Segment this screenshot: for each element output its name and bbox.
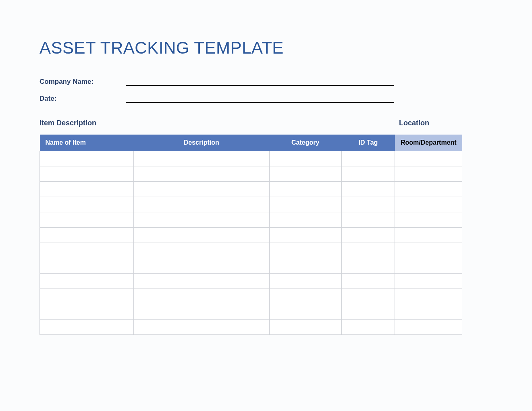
table-cell[interactable] — [133, 166, 269, 182]
item-description-section-label: Item Description — [39, 119, 399, 127]
table-cell[interactable] — [40, 258, 134, 274]
table-cell[interactable] — [269, 182, 341, 197]
table-cell[interactable] — [269, 151, 341, 166]
table-cell[interactable] — [40, 166, 134, 182]
header-id-tag: ID Tag — [341, 135, 395, 151]
table-row — [40, 243, 463, 258]
table-cell[interactable] — [269, 197, 341, 212]
table-cell[interactable] — [395, 228, 462, 243]
table-cell[interactable] — [341, 258, 395, 274]
table-cell[interactable] — [133, 304, 269, 320]
table-cell[interactable] — [40, 228, 134, 243]
table-cell[interactable] — [341, 274, 395, 289]
table-cell[interactable] — [341, 243, 395, 258]
table-cell[interactable] — [341, 228, 395, 243]
location-section-label: Location — [399, 119, 429, 127]
table-cell[interactable] — [269, 243, 341, 258]
table-cell[interactable] — [269, 228, 341, 243]
table-cell[interactable] — [40, 243, 134, 258]
table-cell[interactable] — [395, 243, 462, 258]
table-cell[interactable] — [133, 151, 269, 166]
table-cell[interactable] — [40, 197, 134, 212]
table-cell[interactable] — [40, 274, 134, 289]
table-cell[interactable] — [341, 166, 395, 182]
table-cell[interactable] — [395, 197, 462, 212]
table-row — [40, 151, 463, 166]
table-cell[interactable] — [341, 320, 395, 335]
table-cell[interactable] — [341, 304, 395, 320]
header-name: Name of Item — [40, 135, 134, 151]
table-row — [40, 197, 463, 212]
document-title: ASSET TRACKING TEMPLATE — [39, 38, 532, 58]
asset-table: Name of Item Description Category ID Tag… — [39, 135, 462, 335]
table-row — [40, 228, 463, 243]
table-cell[interactable] — [269, 274, 341, 289]
table-row — [40, 304, 463, 320]
table-cell[interactable] — [133, 212, 269, 228]
table-row — [40, 274, 463, 289]
table-cell[interactable] — [395, 304, 462, 320]
table-cell[interactable] — [395, 258, 462, 274]
table-cell[interactable] — [395, 320, 462, 335]
table-cell[interactable] — [40, 182, 134, 197]
table-cell[interactable] — [133, 197, 269, 212]
table-cell[interactable] — [133, 243, 269, 258]
table-cell[interactable] — [269, 258, 341, 274]
table-cell[interactable] — [269, 304, 341, 320]
table-row — [40, 289, 463, 304]
table-cell[interactable] — [395, 151, 462, 166]
table-cell[interactable] — [269, 289, 341, 304]
company-name-row: Company Name: — [39, 77, 532, 86]
table-cell[interactable] — [133, 258, 269, 274]
table-cell[interactable] — [395, 212, 462, 228]
table-cell[interactable] — [341, 197, 395, 212]
table-cell[interactable] — [133, 182, 269, 197]
table-cell[interactable] — [341, 212, 395, 228]
company-name-input-line[interactable] — [126, 77, 394, 86]
table-cell[interactable] — [395, 166, 462, 182]
table-row — [40, 320, 463, 335]
table-cell[interactable] — [395, 274, 462, 289]
table-cell[interactable] — [395, 289, 462, 304]
table-row — [40, 182, 463, 197]
header-description: Description — [133, 135, 269, 151]
header-room: Room/Department — [395, 135, 462, 151]
table-cell[interactable] — [40, 320, 134, 335]
table-cell[interactable] — [133, 320, 269, 335]
table-cell[interactable] — [269, 212, 341, 228]
table-cell[interactable] — [341, 289, 395, 304]
date-input-line[interactable] — [126, 94, 394, 103]
table-cell[interactable] — [40, 289, 134, 304]
table-row — [40, 258, 463, 274]
table-cell[interactable] — [133, 228, 269, 243]
table-cell[interactable] — [40, 212, 134, 228]
section-headers: Item Description Location — [39, 119, 532, 127]
table-cell[interactable] — [133, 289, 269, 304]
table-cell[interactable] — [40, 151, 134, 166]
table-cell[interactable] — [395, 182, 462, 197]
table-cell[interactable] — [341, 182, 395, 197]
table-cell[interactable] — [269, 166, 341, 182]
table-cell[interactable] — [269, 320, 341, 335]
header-category: Category — [269, 135, 341, 151]
table-row — [40, 212, 463, 228]
table-cell[interactable] — [40, 304, 134, 320]
table-row — [40, 166, 463, 182]
table-cell[interactable] — [133, 274, 269, 289]
company-name-label: Company Name: — [39, 78, 126, 86]
date-row: Date: — [39, 94, 532, 103]
date-label: Date: — [39, 95, 126, 103]
table-header-row: Name of Item Description Category ID Tag… — [40, 135, 463, 151]
table-cell[interactable] — [341, 151, 395, 166]
